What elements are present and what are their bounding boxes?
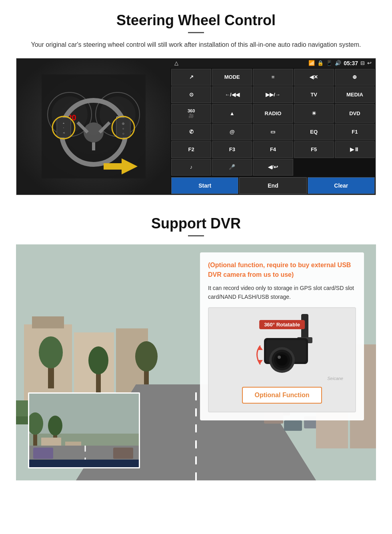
radio-btn-media[interactable]: MEDIA [335,86,375,103]
radio-btn-next[interactable]: ▶▶/→ [253,86,293,103]
radio-btn-dvd[interactable]: DVD [335,104,375,123]
optional-function-button[interactable]: Optional Function [242,387,322,404]
svg-rect-60 [29,460,140,468]
dvr-title: Support DVR [16,215,376,232]
radio-btn-settings[interactable]: ⊙ [171,86,211,103]
svg-rect-59 [113,448,133,459]
svg-text:+: + [62,122,64,125]
dvr-title-divider [188,235,204,236]
audio-icon: 🔊 [335,60,341,66]
svg-point-69 [278,356,281,359]
svg-point-53 [48,416,62,436]
radio-time: 05:37 [344,60,358,66]
start-button[interactable]: Start [171,177,238,194]
svg-rect-58 [33,448,53,459]
svg-rect-23 [104,163,124,170]
svg-point-32 [88,346,108,374]
svg-point-30 [39,336,63,368]
dvr-camera-visual: 360° Rotatable [242,316,322,376]
radio-btn-prev[interactable]: ←/◀◀ [212,86,252,103]
dvr-info-card: (Optional function, require to buy exter… [200,252,364,421]
svg-marker-70 [257,360,263,364]
svg-text:⊲: ⊲ [62,132,64,134]
radio-btn-f2[interactable]: F2 [171,141,211,158]
topbar-status: 📶 🔒 📱 🔊 05:37 ⊟ ↩ [308,60,372,66]
svg-point-34 [135,341,158,372]
steering-title: Steering Wheel Control [16,12,376,29]
radio-btn-apps[interactable]: ⊕ [335,69,375,86]
svg-text:◇: ◇ [122,132,124,135]
radio-topbar: △ 📶 🔒 📱 🔊 05:37 ⊟ ↩ [170,58,376,68]
radio-btn-f4[interactable]: F4 [253,141,293,158]
dvr-description: It can record video only to storage in G… [208,284,356,302]
radio-btn-f5[interactable]: F5 [294,141,334,158]
radio-action-row: Start End Clear [170,176,376,195]
dvr-optional-text: (Optional function, require to buy exter… [208,260,356,280]
end-button[interactable]: End [239,177,306,194]
seicane-label: Seicane [327,376,343,381]
badge-360: 360° Rotatable [259,320,305,329]
radio-btn-eject[interactable]: ▲ [212,104,252,123]
topbar-icons: △ [174,60,178,66]
radio-btn-mute[interactable]: ◀✕ [294,69,334,86]
radio-btn-f3[interactable]: F3 [212,141,252,158]
svg-rect-26 [32,316,64,328]
radio-btn-arrow[interactable]: ↗ [171,69,211,86]
radio-btn-tv[interactable]: TV [294,86,334,103]
radio-btn-360[interactable]: 360🎥 [171,104,211,123]
svg-text:◎: ◎ [122,122,124,125]
wifi-icon: 📶 [308,60,315,66]
svg-rect-42 [284,420,302,431]
steering-wheel-svg: 120 8 + [42,74,146,178]
steering-demo-area: 120 8 + [16,58,376,195]
radio-btn-mic[interactable]: 🎤 [212,159,252,176]
radio-btn-web[interactable]: @ [212,124,252,140]
clear-button[interactable]: Clear [308,177,375,194]
radio-btn-f1[interactable]: F1 [335,124,375,140]
radio-btn-playpause[interactable]: ▶⏸ [335,141,375,158]
radio-btn-screen[interactable]: ▭ [253,124,293,140]
dvr-inset-svg [29,394,140,468]
radio-btn-mode[interactable]: MODE [212,69,252,86]
svg-rect-49 [29,394,140,434]
radio-btn-back-nav[interactable]: ◀/↩ [253,159,293,176]
signal-icon: 📱 [326,60,332,66]
radio-btn-phone[interactable]: ✆ [171,124,211,140]
radio-btn-menu[interactable]: ≡ [253,69,293,86]
radio-btn-eq[interactable]: EQ [294,124,334,140]
steering-description: Your original car's steering wheel contr… [16,40,376,50]
radio-ui-panel: △ 📶 🔒 📱 🔊 05:37 ⊟ ↩ ↗ MODE ≡ ◀✕ [170,58,376,195]
steering-photo: 120 8 + [16,58,170,195]
dvr-photo-area: (Optional function, require to buy exter… [16,244,376,480]
lock-icon: 🔒 [317,60,324,66]
dvr-section: Support DVR [0,203,392,480]
steering-photo-inner: 120 8 + [16,58,170,195]
radio-btn-radio[interactable]: RADIO [253,104,293,123]
radio-button-grid: ↗ MODE ≡ ◀✕ ⊕ ⊙ ←/◀◀ ▶▶/→ TV MEDIA 360🎥 … [170,68,376,176]
window-icon: ⊟ [360,60,365,66]
home-icon: △ [174,60,178,66]
radio-btn-music[interactable]: ♪ [171,159,211,176]
dvr-inset-photo [28,392,140,468]
back-icon: ↩ [367,60,372,66]
steering-section: Steering Wheel Control Your original car… [0,0,392,203]
dvr-camera-box: 360° Rotatable [208,307,356,412]
title-divider [188,32,204,33]
radio-btn-brightness[interactable]: ☀ [294,104,334,123]
svg-text:○: ○ [122,127,124,130]
